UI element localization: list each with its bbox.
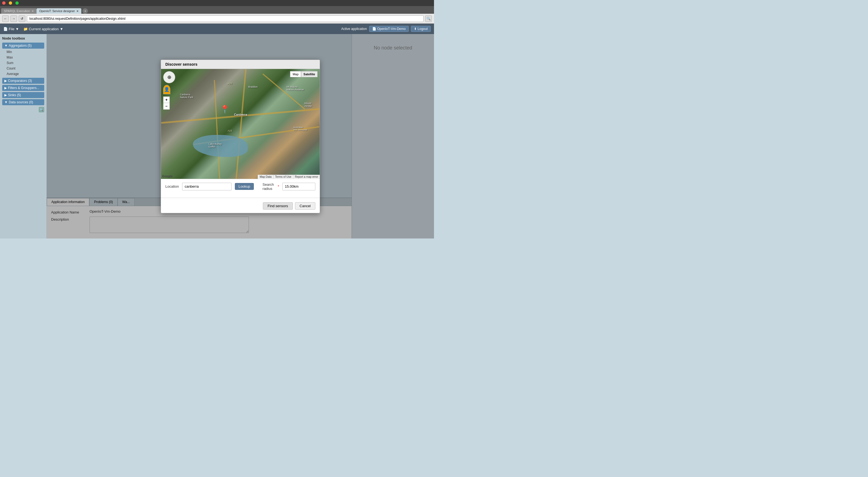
map-label-war-memorial: AustralianWar Memorial <box>293 126 307 131</box>
sidebar-section-sinks: ▶ Sinks (5) <box>2 92 44 98</box>
file-icon-header: 📄 <box>372 27 376 31</box>
map-zoom-in-button[interactable]: + <box>163 96 170 103</box>
map-label-canberra: Canberra <box>234 113 247 116</box>
map-label-mt-majura: Mt MajuraNature Reserve <box>286 85 304 91</box>
search-radius-label: Search radius <box>262 182 274 191</box>
sidebar-section-datasources: ▼ Data sources (0) 🔍 <box>2 99 44 112</box>
modal-title: Discover sensors <box>165 62 197 66</box>
tab-openiot-close[interactable]: ✕ <box>76 10 79 12</box>
tab-sparql[interactable]: SPARQL Execution ✕ <box>1 8 36 14</box>
map-label-lake: Lake BurleyGriffin <box>209 143 222 148</box>
app-name-button[interactable]: 📄 OpenIoT-Vm-Demo <box>369 26 409 32</box>
sidebar-section-aggregators: ▼ Aggregators (5) Min Max Sum Count Aver… <box>2 42 44 77</box>
active-app-label: Active application <box>341 27 367 31</box>
required-star: * <box>278 184 279 188</box>
header-right: Active application 📄 OpenIoT-Vm-Demo ⬆ L… <box>341 26 431 32</box>
current-app-icon: 📁 <box>23 27 28 31</box>
logout-icon: ⬆ <box>414 27 417 31</box>
map-label-braddon: Braddon <box>248 85 258 88</box>
sidebar-title: Node toolbox <box>2 36 44 40</box>
map-view-button[interactable]: Map <box>290 71 301 77</box>
terms-of-use-link[interactable]: Terms of Use <box>273 175 293 179</box>
modal-overlay: Discover sensors CanberraNature <box>47 34 434 239</box>
chevron-right-icon-3: ▶ <box>4 93 7 97</box>
maximize-btn[interactable] <box>16 1 19 5</box>
app-name-header: OpenIoT-Vm-Demo <box>377 27 406 31</box>
nav-back-button[interactable]: ← <box>2 16 9 22</box>
nav-forward-button[interactable]: → <box>10 16 17 22</box>
map-road-4 <box>214 80 220 179</box>
file-menu-label: File <box>9 27 14 31</box>
sidebar-section-filters: ▶ Filters & Grouppers... <box>2 85 44 91</box>
modal-map[interactable]: CanberraNature Park Braddon Canberra Mt … <box>161 69 320 179</box>
chevron-right-icon-2: ▶ <box>4 86 7 90</box>
chevron-down-icon-2: ▼ <box>4 100 8 104</box>
modal-divider <box>161 197 320 198</box>
current-app-menu[interactable]: 📁 Current application ▼ <box>23 27 63 31</box>
datasources-label: Data sources (0) <box>9 100 33 104</box>
tab-openiot-label: OpenIoT: Service designer <box>39 9 75 12</box>
comparators-label: Comparators (3) <box>8 79 32 83</box>
filters-label: Filters & Grouppers... <box>8 86 39 90</box>
minimize-btn[interactable] <box>9 1 12 5</box>
cancel-button[interactable]: Cancel <box>295 202 315 210</box>
tab-sparql-label: SPARQL Execution <box>4 9 30 12</box>
sidebar-section-comparators-header[interactable]: ▶ Comparators (3) <box>2 78 44 84</box>
close-btn[interactable] <box>2 1 5 5</box>
file-icon: 📄 <box>3 27 8 31</box>
logout-label: Logout <box>417 27 428 31</box>
tab-bar: SPARQL Execution ✕ OpenIoT: Service desi… <box>0 6 434 14</box>
map-data-link[interactable]: Map Data <box>258 175 273 179</box>
app-header: 📄 File ▼ 📁 Current application ▼ Active … <box>0 24 434 34</box>
tab-openiot[interactable]: OpenIoT: Service designer ✕ <box>36 8 82 14</box>
location-input[interactable] <box>182 183 231 190</box>
current-app-label: Current application <box>29 27 59 31</box>
sidebar-item-count[interactable]: Count <box>2 66 44 71</box>
sinks-label: Sinks (5) <box>8 93 21 97</box>
lookup-button[interactable]: Lookup <box>235 183 254 190</box>
report-map-error-link[interactable]: Report a map error <box>293 175 320 179</box>
sidebar-item-max[interactable]: Max <box>2 55 44 60</box>
map-label-mount-ainslie: MountAinslie <box>305 102 312 108</box>
map-compass[interactable]: ⊕ <box>163 71 175 83</box>
address-bar-input[interactable] <box>27 16 424 22</box>
map-road-5 <box>262 73 305 110</box>
map-zoom-out-button[interactable]: – <box>163 103 170 110</box>
reload-button[interactable]: ↺ <box>19 16 25 22</box>
sidebar-section-aggregators-header[interactable]: ▼ Aggregators (5) <box>2 42 44 49</box>
canvas-area: No node selected Application information… <box>47 34 434 239</box>
map-zoom-controls: + – <box>163 96 170 110</box>
discover-sensors-modal: Discover sensors CanberraNature <box>161 60 320 213</box>
satellite-view-button[interactable]: Satellite <box>301 71 317 77</box>
map-type-controls: Map Satellite <box>290 71 317 77</box>
tab-sparql-close[interactable]: ✕ <box>32 10 34 12</box>
sidebar-section-datasources-header[interactable]: ▼ Data sources (0) <box>2 99 44 105</box>
find-sensors-button[interactable]: Find sensors <box>263 202 292 210</box>
map-satellite-view: CanberraNature Park Braddon Canberra Mt … <box>161 69 320 179</box>
map-location-pin: 📍 <box>220 105 229 114</box>
address-bar-row: ← → ↺ 🔍 <box>0 14 434 24</box>
sidebar-section-sinks-header[interactable]: ▶ Sinks (5) <box>2 92 44 98</box>
sidebar: Node toolbox ▼ Aggregators (5) Min Max S… <box>0 34 47 239</box>
sidebar-item-sum[interactable]: Sum <box>2 60 44 66</box>
browser-titlebar <box>0 0 434 6</box>
modal-form: Location Lookup Search radius * <box>161 179 320 196</box>
sidebar-item-min[interactable]: Min <box>2 49 44 55</box>
new-tab-button[interactable]: + <box>83 8 88 14</box>
map-footer-bar: Map Data Terms of Use Report a map error <box>258 175 320 179</box>
main-layout: Node toolbox ▼ Aggregators (5) Min Max S… <box>0 34 434 239</box>
sidebar-section-filters-header[interactable]: ▶ Filters & Grouppers... <box>2 85 44 91</box>
map-label-a23: A23 <box>228 82 232 85</box>
search-radius-input[interactable] <box>282 183 315 190</box>
map-street-view-person[interactable]: 👤 <box>163 85 170 94</box>
search-button[interactable]: 🔍 <box>425 16 432 22</box>
modal-actions: Find sensors Cancel <box>161 199 320 213</box>
logout-button[interactable]: ⬆ Logout <box>411 26 431 32</box>
datasources-search-button[interactable]: 🔍 <box>39 107 44 112</box>
map-road-3 <box>236 69 247 179</box>
map-nav-control[interactable]: ⊕ <box>163 71 175 83</box>
map-label-a23-2: A23 <box>228 129 232 132</box>
sidebar-item-average[interactable]: Average <box>2 71 44 77</box>
modal-header: Discover sensors <box>161 60 320 69</box>
file-menu[interactable]: 📄 File ▼ <box>3 27 19 31</box>
